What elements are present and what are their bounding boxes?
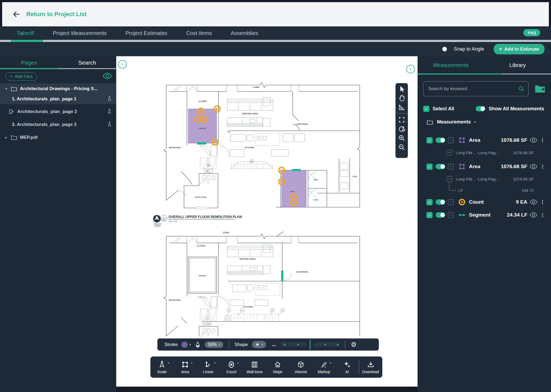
measurement-search-box[interactable] — [423, 81, 529, 96]
show-all-measurements-toggle[interactable] — [476, 106, 485, 111]
collapse-icon[interactable]: − — [448, 164, 454, 169]
settings-gear-icon[interactable]: ⚙ — [351, 341, 357, 348]
tool-ai[interactable]: AI — [335, 361, 359, 374]
row-checkbox[interactable]: ✓ — [426, 212, 433, 218]
caret-down-icon[interactable]: ▾ — [5, 87, 9, 91]
segment-takeoff-1[interactable] — [197, 142, 206, 144]
area-takeoff-2[interactable] — [282, 170, 306, 207]
kebab-menu-icon[interactable]: ⋮ — [540, 137, 545, 143]
row-visibility-toggle[interactable] — [436, 212, 445, 218]
tree-page-3[interactable]: 3. Architecturals_plan_page 3 — [0, 119, 116, 130]
shape-select[interactable]: ★ ▾ — [252, 341, 266, 348]
eye-icon[interactable] — [530, 199, 537, 205]
caret-down-icon[interactable]: ▾ — [474, 120, 476, 124]
tab-project-estimates[interactable]: Project Estimates — [125, 30, 167, 36]
kebab-menu-icon[interactable]: ⋮ — [540, 199, 545, 205]
divider — [229, 341, 229, 348]
collapse-icon[interactable]: − — [448, 212, 454, 218]
measurement-row-count[interactable]: ✓ − Count 9 EA ⋮ — [418, 196, 551, 209]
size-slider-left[interactable] — [281, 342, 306, 347]
add-folder-button[interactable] — [534, 83, 546, 94]
row-visibility-toggle[interactable] — [436, 164, 445, 169]
tool-scale[interactable]: ▾ Scale — [150, 361, 174, 374]
select-cursor-tool[interactable] — [398, 85, 406, 93]
stroke-color-swatch[interactable] — [181, 341, 188, 348]
eye-icon[interactable] — [530, 212, 537, 218]
tab-cost-items[interactable]: Cost Items — [186, 30, 212, 36]
tool-download[interactable]: Download — [359, 361, 382, 374]
tab-search[interactable]: Search — [58, 56, 116, 68]
tool-volume[interactable]: Volume — [289, 361, 312, 374]
measurements-group-header[interactable]: Measurements ▾ — [427, 119, 476, 125]
measurement-list: ✓ − Area 1076.68 SF ⋮ + Long File... — [418, 134, 551, 221]
drawing-canvas[interactable]: ‹ › CLOSET FREEZER — [116, 56, 418, 387]
tree-page-2[interactable]: Architecturals_plan_page 2 — [0, 106, 116, 117]
eye-icon[interactable] — [530, 137, 537, 143]
pan-hand-tool[interactable] — [398, 94, 406, 103]
tree-folder-mep[interactable]: ▸ MEP.pdf — [0, 132, 116, 143]
fill-droplet-icon[interactable] — [195, 341, 200, 348]
expand-icon[interactable]: + — [447, 150, 452, 156]
prev-page-chevron[interactable]: ‹ — [118, 60, 127, 69]
scale-compass-icon[interactable] — [107, 109, 112, 115]
measurement-subrow[interactable]: + Long File... -Long Pag... 1076.68 SF — [418, 147, 551, 158]
segment-takeoff-2[interactable] — [292, 169, 301, 171]
row-visibility-toggle[interactable] — [436, 137, 445, 143]
svg-text:1: 1 — [242, 310, 242, 311]
resize-horizontal-icon[interactable]: ↔ — [271, 341, 277, 348]
add-files-button[interactable]: + Add Files — [5, 72, 37, 81]
scale-compass-icon[interactable] — [107, 96, 112, 102]
svg-text:RECEIVING: RECEIVING — [169, 146, 181, 149]
add-to-estimate-button[interactable]: + Add to Estimate — [494, 44, 545, 54]
tab-library[interactable]: Library — [484, 56, 551, 71]
tool-linear[interactable]: ▾ Linear — [197, 361, 220, 374]
kebab-menu-icon[interactable]: ⋮ — [540, 212, 545, 218]
tree-folder-architectural-drawings[interactable]: ▾ Architectural Drawings - Pricing S... — [0, 83, 116, 94]
return-to-project-list-link[interactable]: Return to Project List — [26, 11, 87, 18]
kebab-menu-icon[interactable]: ⋮ — [540, 164, 545, 170]
measurement-subrow[interactable]: − Long File... -Long Pag... 1076.68 SF — [418, 173, 551, 185]
stroke-opacity-select[interactable]: 50% ▾ — [205, 341, 223, 348]
zoom-out-tool[interactable] — [398, 143, 406, 151]
select-all-checkbox[interactable]: ✓ — [423, 106, 429, 112]
tool-slope[interactable]: Slope — [266, 361, 289, 374]
zoom-in-tool[interactable] — [398, 134, 406, 142]
slider-center-marker[interactable] — [310, 340, 310, 349]
size-slider-right[interactable] — [314, 342, 340, 347]
measurement-row-area-2[interactable]: ✓ − Area 1076.68 SF ⋮ — [418, 160, 551, 173]
row-visibility-toggle[interactable] — [436, 199, 445, 205]
search-icon[interactable] — [518, 86, 525, 92]
measure-setsquare-tool[interactable] — [398, 103, 406, 112]
snap-to-angle-toggle[interactable] — [442, 47, 447, 51]
collapse-icon[interactable]: − — [448, 199, 454, 205]
caret-down-icon[interactable]: ▾ — [189, 343, 191, 346]
tool-count[interactable]: ▾ Count — [220, 361, 243, 374]
back-arrow-icon[interactable] — [12, 10, 20, 18]
tool-markup[interactable]: ▾ Markup — [312, 361, 335, 374]
fullscreen-tool[interactable] — [398, 115, 406, 124]
row-checkbox[interactable]: ✓ — [426, 164, 433, 170]
tab-project-measurements[interactable]: Project Measurements — [53, 30, 107, 36]
measurement-row-area-1[interactable]: ✓ − Area 1076.68 SF ⋮ — [418, 134, 551, 147]
visibility-eye-icon[interactable] — [103, 72, 112, 79]
segment-takeoff-3[interactable] — [281, 271, 283, 281]
measurement-row-segment[interactable]: ✓ − Segment 24.34 LF ⋮ — [418, 209, 551, 221]
tab-assemblies[interactable]: Assemblies — [231, 30, 258, 36]
faq-button[interactable]: FAQ — [523, 29, 540, 36]
tab-measurements[interactable]: Measurements — [418, 56, 484, 71]
next-page-chevron[interactable]: › — [406, 65, 415, 73]
row-checkbox[interactable]: ✓ — [426, 199, 433, 205]
caret-right-icon[interactable]: ▸ — [5, 136, 9, 139]
row-checkbox[interactable]: ✓ — [426, 137, 433, 143]
tab-takeoff[interactable]: Takeoff — [17, 30, 34, 36]
tab-pages[interactable]: Pages — [0, 56, 58, 68]
rotate-tool[interactable] — [398, 125, 406, 133]
collapse-icon[interactable]: − — [447, 176, 452, 182]
search-input[interactable] — [428, 86, 518, 92]
tool-area[interactable]: ▾ Area — [174, 361, 197, 374]
collapse-icon[interactable]: − — [448, 137, 454, 143]
eye-icon[interactable] — [530, 164, 537, 169]
scale-compass-icon[interactable] — [107, 122, 112, 128]
tool-wall-area[interactable]: Wall Area — [243, 361, 266, 374]
tree-page-1[interactable]: 1. Architecturals_plan_page 1 — [0, 94, 116, 104]
